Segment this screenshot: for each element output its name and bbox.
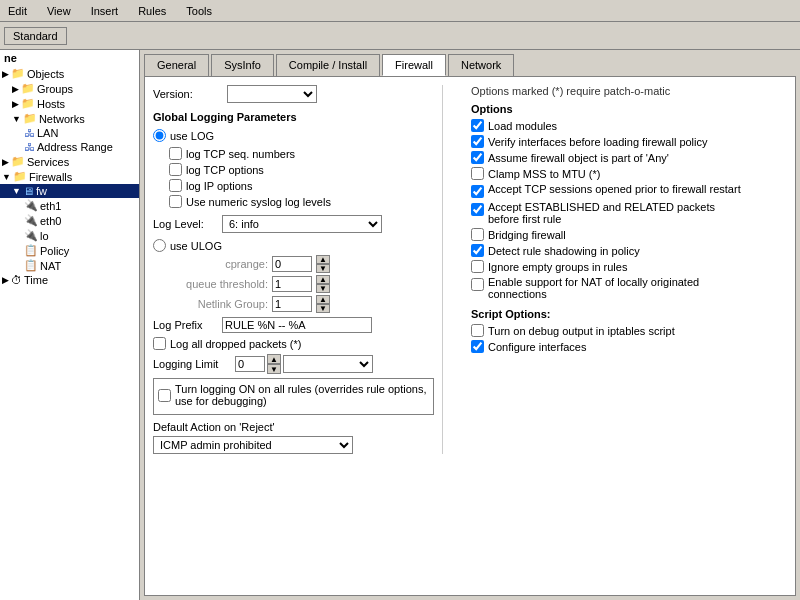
log-all-dropped-check[interactable]: [153, 337, 166, 350]
options-note: Options marked (*) require patch-o-matic: [471, 85, 787, 97]
use-ulog-radio[interactable]: [153, 239, 166, 252]
time-icon: ⏱: [11, 274, 22, 286]
queue-threshold-down[interactable]: ▼: [316, 284, 330, 293]
cprange-up[interactable]: ▲: [316, 255, 330, 264]
log-tcp-options-row: log TCP options: [169, 163, 331, 176]
logging-limit-up[interactable]: ▲: [267, 354, 281, 364]
log-level-select[interactable]: 6: info: [222, 215, 382, 233]
netlink-group-row: Netlink Group: ▲ ▼: [173, 295, 434, 313]
cprange-input[interactable]: [272, 256, 312, 272]
detect-rule-shadowing-check[interactable]: [471, 244, 484, 257]
log-tcp-seq-label: log TCP seq. numbers: [186, 148, 295, 160]
queue-threshold-spinner: ▲ ▼: [316, 275, 330, 293]
net-icon: 🖧: [24, 127, 35, 139]
netlink-group-input[interactable]: [272, 296, 312, 312]
sidebar-item-hosts[interactable]: ▶ 📁 Hosts: [0, 96, 139, 111]
configure-interfaces-check[interactable]: [471, 340, 484, 353]
net-icon: 🖧: [24, 141, 35, 153]
sidebar-item-groups[interactable]: ▶ 📁 Groups: [0, 81, 139, 96]
log-ip-options-check[interactable]: [169, 179, 182, 192]
sidebar-item-eth1[interactable]: 🔌 eth1: [0, 198, 139, 213]
enable-nat-support-check[interactable]: [471, 278, 484, 291]
turn-logging-check[interactable]: [158, 389, 171, 402]
logging-limit-unit-select[interactable]: [283, 355, 373, 373]
use-log-label: use LOG: [170, 130, 214, 142]
assume-firewall-check[interactable]: [471, 151, 484, 164]
sidebar-item-lan[interactable]: 🖧 LAN: [0, 126, 139, 140]
cprange-row: cprange: ▲ ▼: [173, 255, 434, 273]
folder-icon: 📁: [21, 97, 35, 110]
fw-icon: 🖥: [23, 185, 34, 197]
cprange-spinner: ▲ ▼: [316, 255, 330, 273]
menu-rules[interactable]: Rules: [134, 3, 170, 19]
default-action-select[interactable]: ICMP admin prohibited: [153, 436, 353, 454]
tab-bar: General SysInfo Compile / Install Firewa…: [144, 54, 796, 76]
use-numeric-syslog-row: Use numeric syslog log levels: [169, 195, 331, 208]
log-tcp-seq-row: log TCP seq. numbers: [169, 147, 331, 160]
bridging-firewall-check[interactable]: [471, 228, 484, 241]
sidebar: ne ▶ 📁 Objects ▶ 📁 Groups ▶ 📁 Hosts ▼ 📁: [0, 50, 140, 600]
right-column: Options marked (*) require patch-o-matic…: [459, 85, 787, 454]
option-accept-established: Accept ESTABLISHED and RELATED packets b…: [471, 201, 787, 225]
sidebar-item-policy[interactable]: 📋 Policy: [0, 243, 139, 258]
ignore-empty-groups-label: Ignore empty groups in rules: [488, 261, 627, 273]
option-verify-interfaces: Verify interfaces before loading firewal…: [471, 135, 787, 148]
accept-tcp-sessions-check[interactable]: [471, 185, 484, 198]
load-modules-check[interactable]: [471, 119, 484, 132]
version-select[interactable]: [227, 85, 317, 103]
sidebar-item-time[interactable]: ▶ ⏱ Time: [0, 273, 139, 287]
sidebar-item-firewalls[interactable]: ▼ 📁 Firewalls: [0, 169, 139, 184]
tab-network[interactable]: Network: [448, 54, 514, 76]
tab-general[interactable]: General: [144, 54, 209, 76]
sidebar-item-address-range[interactable]: 🖧 Address Range: [0, 140, 139, 154]
ignore-empty-groups-check[interactable]: [471, 260, 484, 273]
sidebar-item-objects[interactable]: ▶ 📁 Objects: [0, 66, 139, 81]
option-configure-interfaces: Configure interfaces: [471, 340, 787, 353]
assume-firewall-label: Assume firewall object is part of 'Any': [488, 152, 669, 164]
menu-tools[interactable]: Tools: [182, 3, 216, 19]
use-numeric-syslog-check[interactable]: [169, 195, 182, 208]
netlink-group-up[interactable]: ▲: [316, 295, 330, 304]
log-prefix-input[interactable]: [222, 317, 372, 333]
queue-threshold-input[interactable]: [272, 276, 312, 292]
default-action-section: Default Action on 'Reject' ICMP admin pr…: [153, 421, 434, 454]
sidebar-item-fw[interactable]: ▼ 🖥 fw: [0, 184, 139, 198]
cprange-label: cprange:: [173, 258, 268, 270]
accept-established-check[interactable]: [471, 203, 484, 216]
log-tcp-options-check[interactable]: [169, 163, 182, 176]
use-log-radio[interactable]: [153, 129, 166, 142]
tab-sysinfo[interactable]: SysInfo: [211, 54, 274, 76]
ulog-inputs: cprange: ▲ ▼ queue threshold:: [173, 255, 434, 313]
accept-established-label: Accept ESTABLISHED and RELATED packets b…: [488, 201, 748, 225]
logging-limit-input[interactable]: [235, 356, 265, 372]
verify-interfaces-check[interactable]: [471, 135, 484, 148]
tab-compile[interactable]: Compile / Install: [276, 54, 380, 76]
cprange-down[interactable]: ▼: [316, 264, 330, 273]
sidebar-item-networks[interactable]: ▼ 📁 Networks: [0, 111, 139, 126]
sidebar-item-nat[interactable]: 📋 NAT: [0, 258, 139, 273]
tab-firewall[interactable]: Firewall: [382, 54, 446, 76]
sidebar-item-eth0[interactable]: 🔌 eth0: [0, 213, 139, 228]
logging-limit-label: Logging Limit: [153, 358, 233, 370]
logging-limit-down[interactable]: ▼: [267, 364, 281, 374]
accept-tcp-sessions-label: Accept TCP sessions opened prior to fire…: [488, 183, 741, 195]
standard-button[interactable]: Standard: [4, 27, 67, 45]
global-logging-section: Global Logging Parameters use LOG: [153, 111, 434, 313]
menu-insert[interactable]: Insert: [87, 3, 123, 19]
sidebar-item-services[interactable]: ▶ 📁 Services: [0, 154, 139, 169]
option-turn-on-debug: Turn on debug output in iptables script: [471, 324, 787, 337]
clamp-mss-check[interactable]: [471, 167, 484, 180]
default-action-label: Default Action on 'Reject': [153, 421, 434, 433]
turn-on-debug-check[interactable]: [471, 324, 484, 337]
log-tcp-seq-check[interactable]: [169, 147, 182, 160]
menu-edit[interactable]: Edit: [4, 3, 31, 19]
turn-on-debug-label: Turn on debug output in iptables script: [488, 325, 675, 337]
sidebar-header: ne: [0, 50, 139, 66]
radio-group: use LOG log TCP seq. numbers: [153, 129, 331, 211]
queue-threshold-up[interactable]: ▲: [316, 275, 330, 284]
toolbar: Standard: [0, 22, 800, 50]
netlink-group-down[interactable]: ▼: [316, 304, 330, 313]
sidebar-item-lo[interactable]: 🔌 lo: [0, 228, 139, 243]
log-all-dropped-label: Log all dropped packets (*): [170, 338, 301, 350]
menu-view[interactable]: View: [43, 3, 75, 19]
